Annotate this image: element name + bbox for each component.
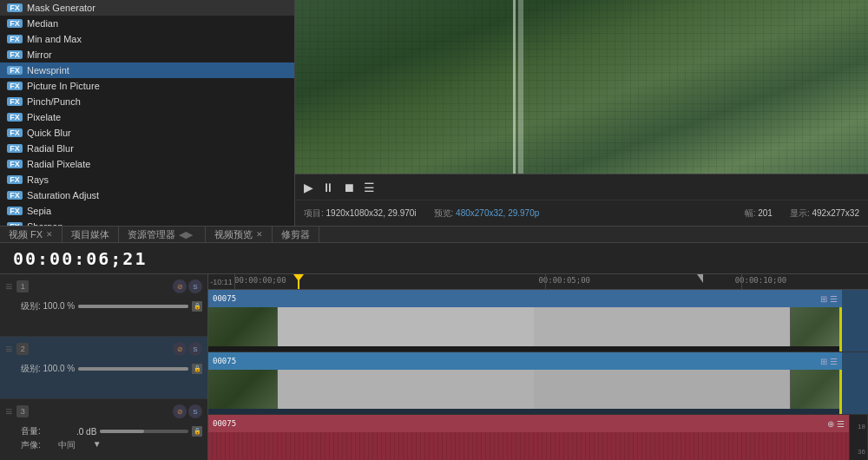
fx-item-sharpen[interactable]: FXSharpen [0,219,294,226]
lock-btn-3[interactable]: 🔒 [192,426,202,437]
menu-button[interactable]: ☰ [364,181,375,194]
waveform-bg [208,432,849,460]
fx-item-pinch/punch[interactable]: FXPinch/Punch [0,94,294,109]
timeline-header: 00:00:06;21 [0,243,868,274]
fx-item-radial-pixelate[interactable]: FXRadial Pixelate [0,156,294,172]
fx-item-name: Min and Max [27,34,82,44]
fx-item-name: Mirror [27,49,52,60]
width-info: 幅: 201 [745,207,773,220]
solo-btn-2[interactable]: S [188,342,202,356]
play-button[interactable]: ▶ [304,181,313,194]
lock-btn-2[interactable]: 🔒 [192,364,202,374]
fx-item-name: Sepia [27,206,51,216]
clip-resize-2[interactable]: ⊞ [820,357,827,366]
mute-btn-1[interactable]: ⊘ [173,279,187,293]
timeline-body: ≡ 1 ⊘ S 级别: 100.0 % 🔒 [0,274,868,460]
display-info: 显示: 492x277x32 [790,207,859,220]
out-point [697,274,703,283]
audio-clip-name: 00075 [213,419,236,428]
solo-btn-1[interactable]: S [188,279,202,293]
lock-btn-1[interactable]: 🔒 [192,301,202,312]
fx-item-pixelate[interactable]: FXPixelate [0,109,294,125]
track-num-2: 2 [16,343,29,355]
volume-slider-3[interactable] [100,430,188,433]
pan-value: 中间 [58,439,76,451]
stop-button[interactable]: ⏹ [343,181,355,194]
playhead[interactable] [298,274,299,289]
audio-clip-icon[interactable]: ⊕ [827,419,834,429]
fx-badge: FX [7,128,23,137]
clip-resize-1[interactable]: ⊞ [820,294,827,304]
track-content-area[interactable]: -10:11 00:00:00;00 00:00:05;00 00:00:10;… [208,274,868,460]
close-preview-tab[interactable]: ✕ [256,230,263,239]
fx-item-name: Quick Blur [27,128,71,138]
preview-label: 预览: 480x270x32, 29.970p [434,207,540,220]
audio-clip-header[interactable]: 00075 ⊕ ☰ [208,415,849,432]
thumb-2c [534,370,790,409]
fx-item-picture-in-picture[interactable]: FXPicture In Picture [0,78,294,94]
clip-menu-2[interactable]: ☰ [830,357,838,366]
clip-name-1: 00075 [213,294,236,303]
thumb-1b [278,307,534,346]
fx-item-mask-generator[interactable]: FXMask Generator [0,0,294,16]
fx-item-median[interactable]: FXMedian [0,16,294,31]
drag-handle-1[interactable]: ≡ [5,279,12,293]
level-slider-2[interactable] [78,367,188,371]
tab-fx[interactable]: 视频 FX ✕ [0,227,62,242]
ruler-label-2: 00:00:10;00 [735,276,787,285]
drag-handle-2[interactable]: ≡ [5,342,12,356]
ruler-marks: 00:00:00;00 00:00:05;00 00:00:10;00 [234,274,868,289]
close-fx-tab[interactable]: ✕ [46,230,53,239]
project-label: 项目: 1920x1080x32, 29.970i [304,207,417,220]
clip-controls-2: ⊞ ☰ [820,357,838,366]
ruler-label-0: 00:00:00;00 [234,276,286,285]
track-num-1: 1 [16,280,29,292]
fx-badge: FX [7,191,23,200]
pan-arrow[interactable]: ▼ [93,439,102,451]
fx-item-newsprint[interactable]: FXNewsprint [0,62,294,78]
ruler-num-18: 18 [858,423,865,430]
tab-project[interactable]: 项目媒体 [62,227,119,242]
thumb-1d [790,307,842,346]
audio-clip-menu[interactable]: ☰ [837,419,845,429]
fx-badge: FX [7,35,23,43]
mute-btn-2[interactable]: ⊘ [173,342,187,356]
ruler-num-36: 36 [858,448,865,456]
drag-handle-3[interactable]: ≡ [5,404,12,418]
level-slider-1[interactable] [78,305,188,308]
tab-trim[interactable]: 修剪器 [273,227,319,242]
pause-button[interactable]: ⏸ [322,181,334,194]
tab-preview[interactable]: 视频预览 ✕ [206,227,273,242]
tab-explorer[interactable]: 资源管理器 ◀▶ [119,227,206,242]
clip-header-1[interactable]: 00075 ⊞ ☰ [208,290,842,307]
ruler-label-1: 00:00:05;00 [538,276,590,285]
solo-btn-3[interactable]: S [188,404,202,418]
audio-clip-controls: ⊕ ☰ [827,419,845,429]
fx-item-radial-blur[interactable]: FXRadial Blur [0,141,294,156]
level-label-2: 级别: 100.0 % [21,363,75,375]
fx-badge: FX [7,160,23,168]
fx-badge: FX [7,82,23,90]
thumb-1c [534,307,790,346]
pixel-effect [295,0,868,174]
clip-tail-2 [842,352,868,414]
fx-item-rays[interactable]: FXRays [0,172,294,187]
mute-btn-3[interactable]: ⊘ [173,404,187,418]
clip-menu-1[interactable]: ☰ [830,294,838,304]
ruler-numbers: 18 36 54 [849,415,868,460]
fx-item-mirror[interactable]: FXMirror [0,47,294,62]
fx-badge: FX [7,3,23,12]
clip-controls-1: ⊞ ☰ [820,294,838,304]
level-label-1: 级别: 100.0 % [21,300,75,312]
fx-item-saturation-adjust[interactable]: FXSaturation Adjust [0,187,294,203]
fx-item-quick-blur[interactable]: FXQuick Blur [0,125,294,141]
fx-badge: FX [7,144,23,153]
preview-panel: ▶ ⏸ ⏹ ☰ 项目: 1920x1080x32, 29.970i 预览: 48… [295,0,868,226]
fx-item-name: Newsprint [27,65,69,76]
fx-item-name: Median [27,18,58,29]
clip-header-2[interactable]: 00075 ⊞ ☰ [208,352,842,370]
fx-item-min-and-max[interactable]: FXMin and Max [0,31,294,47]
fx-badge: FX [7,50,23,59]
fx-badge: FX [7,66,23,75]
fx-item-sepia[interactable]: FXSepia [0,203,294,219]
